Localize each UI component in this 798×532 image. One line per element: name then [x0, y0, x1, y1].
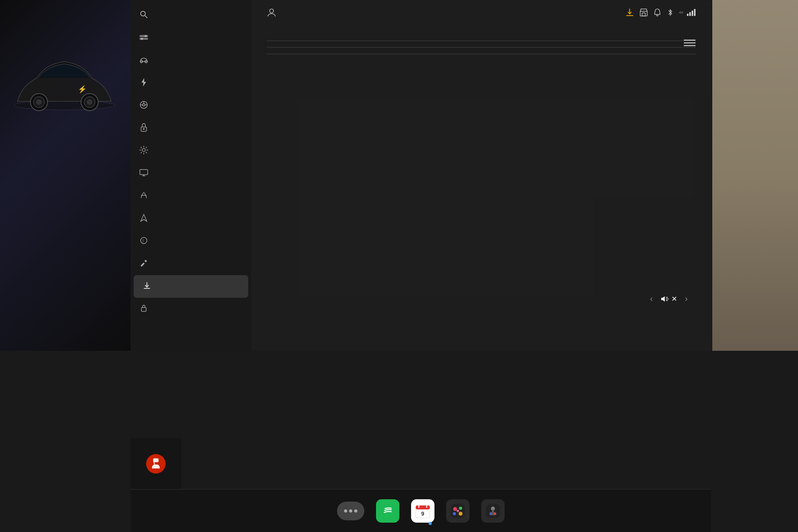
- svg-point-35: [141, 237, 147, 244]
- svg-line-28: [141, 147, 142, 148]
- svg-point-3: [37, 100, 41, 104]
- sidebar-item-skarm[interactable]: [131, 162, 251, 185]
- svg-point-0: [14, 101, 115, 110]
- taskbar: 9: [131, 489, 711, 532]
- sidebar-item-sakerhet[interactable]: !: [131, 230, 251, 253]
- taskbar-more-button[interactable]: [337, 502, 364, 520]
- dot-3: [354, 509, 357, 513]
- lightning-icon: [138, 78, 149, 88]
- svg-point-17: [143, 104, 145, 106]
- signal-bar-1: [687, 14, 689, 16]
- safety-icon: !: [138, 237, 149, 246]
- sidebar-item-resor[interactable]: [131, 185, 251, 207]
- svg-text:9: 9: [421, 511, 424, 517]
- svg-line-31: [141, 152, 142, 153]
- sidebar-item-service[interactable]: [131, 253, 251, 275]
- upgrade-icon: [138, 304, 149, 314]
- svg-rect-37: [140, 262, 145, 267]
- notification-dot: [429, 522, 432, 525]
- car-background: ⚡: [0, 0, 132, 351]
- bell-icon: [653, 8, 661, 17]
- sidebar-item-belysning[interactable]: [131, 140, 251, 162]
- sidebar: !: [131, 0, 251, 351]
- light-icon: [138, 146, 149, 156]
- svg-rect-54: [416, 505, 430, 509]
- sidebar-item-las[interactable]: [131, 117, 251, 140]
- svg-line-9: [145, 16, 147, 18]
- candy-button[interactable]: [446, 499, 470, 523]
- svg-point-60: [459, 507, 462, 510]
- svg-point-23: [142, 148, 145, 152]
- svg-point-62: [459, 512, 463, 516]
- joystick-button[interactable]: [481, 499, 505, 523]
- svg-line-29: [146, 152, 147, 153]
- sidebar-item-programvara[interactable]: [134, 275, 248, 298]
- store-icon: [639, 8, 648, 17]
- seat-warning-area: [131, 438, 181, 489]
- svg-text:⚡: ⚡: [78, 85, 87, 94]
- wrench-icon: [138, 259, 149, 269]
- signal-bars: [687, 9, 696, 16]
- right-interior-bg: [712, 0, 798, 351]
- sidebar-item-sok[interactable]: [131, 4, 251, 27]
- ui-panel: !: [131, 0, 711, 351]
- screen-icon: [138, 169, 149, 178]
- car-icon: [138, 56, 149, 65]
- signal-bar-3: [692, 11, 693, 16]
- svg-point-68: [490, 513, 492, 514]
- svg-point-69: [494, 513, 496, 514]
- dot-1: [344, 509, 347, 513]
- sidebar-item-reglage[interactable]: [131, 27, 251, 49]
- divider-3: [267, 54, 696, 54]
- sidebar-item-autopilot[interactable]: [131, 94, 251, 117]
- divider-2: [267, 47, 696, 48]
- svg-rect-32: [140, 170, 148, 175]
- sidebar-item-pedaler[interactable]: [131, 49, 251, 72]
- svg-line-30: [146, 147, 147, 148]
- svg-point-63: [457, 510, 459, 512]
- calendar-button[interactable]: 9: [411, 499, 434, 523]
- svg-point-61: [453, 512, 456, 515]
- trips-icon: [138, 191, 149, 201]
- sidebar-item-navigering[interactable]: [131, 207, 251, 230]
- sidebar-item-laddning[interactable]: [131, 72, 251, 94]
- nav-controls: ‹ ✕ ›: [650, 294, 688, 304]
- nav-icon: [138, 214, 149, 224]
- toggle-icon: [138, 34, 149, 42]
- update-download-icon: [625, 8, 634, 17]
- svg-text:!: !: [142, 238, 144, 244]
- volume-control[interactable]: ✕: [661, 295, 677, 303]
- spotify-button[interactable]: [376, 499, 399, 523]
- hamburger-menu[interactable]: [684, 39, 696, 48]
- sidebar-item-uppgraderingar[interactable]: [131, 298, 251, 320]
- lte-badge: [679, 12, 683, 13]
- lock-icon: [138, 123, 149, 134]
- joystick-icon: [486, 504, 500, 518]
- back-arrow[interactable]: ‹: [650, 294, 653, 304]
- user-icon: [267, 8, 276, 17]
- main-content: ‹ ✕ ›: [251, 0, 711, 351]
- download-icon-sidebar: [141, 282, 152, 292]
- svg-point-22: [143, 128, 145, 130]
- steering-icon: [138, 101, 149, 111]
- svg-rect-50: [153, 458, 159, 462]
- svg-point-52: [381, 504, 394, 518]
- signal-bar-2: [689, 12, 691, 16]
- car-illustration: ⚡: [6, 51, 123, 121]
- search-icon: [138, 11, 149, 20]
- svg-point-13: [141, 37, 143, 40]
- dot-2: [349, 509, 352, 513]
- signal-bar-4: [694, 9, 696, 16]
- header-status-icons: [625, 8, 696, 17]
- svg-point-40: [270, 9, 274, 13]
- bluetooth-icon: [667, 8, 674, 17]
- volume-x-indicator: ✕: [671, 295, 677, 303]
- svg-rect-39: [141, 308, 146, 311]
- candy-icon: [450, 504, 465, 518]
- volume-icon: [661, 295, 669, 302]
- forward-arrow[interactable]: ›: [685, 294, 688, 304]
- calendar-icon: 9: [415, 503, 431, 519]
- divider-1: [267, 41, 696, 41]
- svg-point-6: [87, 100, 92, 104]
- signal-area: [679, 9, 696, 16]
